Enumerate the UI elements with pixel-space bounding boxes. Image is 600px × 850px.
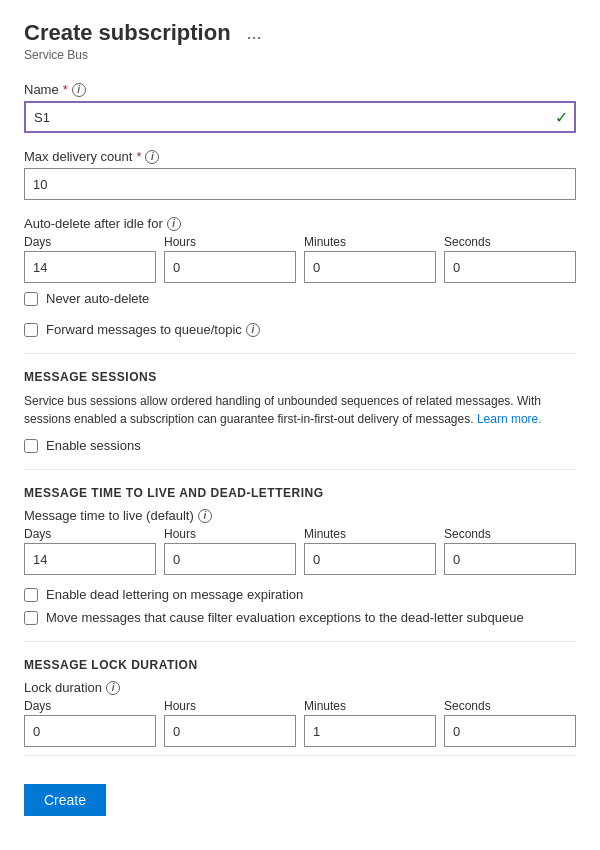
learn-more-link[interactable]: Learn more. bbox=[477, 412, 542, 426]
ttl-hours-label: Hours bbox=[164, 527, 296, 541]
message-ttl-section: MESSAGE TIME TO LIVE AND DEAD-LETTERING … bbox=[24, 486, 576, 625]
lock-duration-grid: Days Hours Minutes Seconds bbox=[24, 699, 576, 747]
auto-delete-days-col: Days bbox=[24, 235, 156, 283]
never-auto-delete-row: Never auto-delete bbox=[24, 291, 576, 306]
name-info-icon[interactable]: i bbox=[72, 83, 86, 97]
message-ttl-title: MESSAGE TIME TO LIVE AND DEAD-LETTERING bbox=[24, 486, 576, 500]
lock-duration-info-icon[interactable]: i bbox=[106, 681, 120, 695]
forward-messages-row: Forward messages to queue/topic i bbox=[24, 322, 576, 337]
auto-delete-minutes-col: Minutes bbox=[304, 235, 436, 283]
max-delivery-info-icon[interactable]: i bbox=[145, 150, 159, 164]
ttl-label: Message time to live (default) i bbox=[24, 508, 576, 523]
lock-hours-col: Hours bbox=[164, 699, 296, 747]
page-subtitle: Service Bus bbox=[24, 48, 576, 62]
lock-days-col: Days bbox=[24, 699, 156, 747]
message-sessions-section: MESSAGE SESSIONS Service bus sessions al… bbox=[24, 370, 576, 453]
lock-duration-label: Lock duration i bbox=[24, 680, 576, 695]
ttl-minutes-col: Minutes bbox=[304, 527, 436, 575]
lock-minutes-label: Minutes bbox=[304, 699, 436, 713]
ttl-days-label: Days bbox=[24, 527, 156, 541]
auto-delete-field-group: Auto-delete after idle for i Days Hours … bbox=[24, 216, 576, 306]
auto-delete-minutes-label: Minutes bbox=[304, 235, 436, 249]
ttl-minutes-label: Minutes bbox=[304, 527, 436, 541]
filter-exceptions-checkbox[interactable] bbox=[24, 611, 38, 625]
ttl-minutes-input[interactable] bbox=[304, 543, 436, 575]
never-auto-delete-checkbox[interactable] bbox=[24, 292, 38, 306]
dead-letter-label: Enable dead lettering on message expirat… bbox=[46, 587, 303, 602]
filter-exceptions-label: Move messages that cause filter evaluati… bbox=[46, 610, 524, 625]
auto-delete-seconds-label: Seconds bbox=[444, 235, 576, 249]
page-container: Create subscription ... Service Bus Name… bbox=[0, 0, 600, 850]
lock-seconds-col: Seconds bbox=[444, 699, 576, 747]
auto-delete-hours-col: Hours bbox=[164, 235, 296, 283]
enable-sessions-row: Enable sessions bbox=[24, 438, 576, 453]
ellipsis-button[interactable]: ... bbox=[241, 21, 268, 46]
message-sessions-title: MESSAGE SESSIONS bbox=[24, 370, 576, 384]
dead-letter-row: Enable dead lettering on message expirat… bbox=[24, 587, 576, 602]
auto-delete-label: Auto-delete after idle for i bbox=[24, 216, 576, 231]
max-delivery-count-input[interactable] bbox=[24, 168, 576, 200]
never-auto-delete-label: Never auto-delete bbox=[46, 291, 149, 306]
max-delivery-required-star: * bbox=[136, 149, 141, 164]
page-header: Create subscription ... bbox=[24, 20, 576, 46]
create-button[interactable]: Create bbox=[24, 784, 106, 816]
lock-seconds-label: Seconds bbox=[444, 699, 576, 713]
name-field-label: Name * i bbox=[24, 82, 576, 97]
ttl-days-input[interactable] bbox=[24, 543, 156, 575]
auto-delete-minutes-input[interactable] bbox=[304, 251, 436, 283]
auto-delete-grid: Days Hours Minutes Seconds bbox=[24, 235, 576, 283]
lock-hours-input[interactable] bbox=[164, 715, 296, 747]
filter-exceptions-row: Move messages that cause filter evaluati… bbox=[24, 610, 576, 625]
ttl-seconds-col: Seconds bbox=[444, 527, 576, 575]
max-delivery-count-label: Max delivery count * i bbox=[24, 149, 576, 164]
ttl-seconds-input[interactable] bbox=[444, 543, 576, 575]
auto-delete-hours-label: Hours bbox=[164, 235, 296, 249]
lock-hours-label: Hours bbox=[164, 699, 296, 713]
name-input-wrapper: ✓ bbox=[24, 101, 576, 133]
max-delivery-count-field-group: Max delivery count * i bbox=[24, 149, 576, 200]
enable-sessions-label: Enable sessions bbox=[46, 438, 141, 453]
required-star: * bbox=[63, 82, 68, 97]
auto-delete-info-icon[interactable]: i bbox=[167, 217, 181, 231]
lock-minutes-col: Minutes bbox=[304, 699, 436, 747]
forward-messages-info-icon[interactable]: i bbox=[246, 323, 260, 337]
auto-delete-seconds-input[interactable] bbox=[444, 251, 576, 283]
divider-3 bbox=[24, 641, 576, 642]
auto-delete-seconds-col: Seconds bbox=[444, 235, 576, 283]
dead-letter-checkbox[interactable] bbox=[24, 588, 38, 602]
lock-days-input[interactable] bbox=[24, 715, 156, 747]
page-title: Create subscription bbox=[24, 20, 231, 46]
lock-days-label: Days bbox=[24, 699, 156, 713]
lock-seconds-input[interactable] bbox=[444, 715, 576, 747]
ttl-hours-col: Hours bbox=[164, 527, 296, 575]
divider-1 bbox=[24, 353, 576, 354]
lock-duration-section: MESSAGE LOCK DURATION Lock duration i Da… bbox=[24, 658, 576, 747]
ttl-seconds-label: Seconds bbox=[444, 527, 576, 541]
auto-delete-hours-input[interactable] bbox=[164, 251, 296, 283]
enable-sessions-checkbox[interactable] bbox=[24, 439, 38, 453]
auto-delete-days-label: Days bbox=[24, 235, 156, 249]
auto-delete-days-input[interactable] bbox=[24, 251, 156, 283]
lock-minutes-input[interactable] bbox=[304, 715, 436, 747]
name-field-group: Name * i ✓ bbox=[24, 82, 576, 133]
ttl-hours-input[interactable] bbox=[164, 543, 296, 575]
bottom-bar: Create bbox=[24, 755, 576, 816]
forward-messages-checkbox[interactable] bbox=[24, 323, 38, 337]
ttl-info-icon[interactable]: i bbox=[198, 509, 212, 523]
ttl-days-col: Days bbox=[24, 527, 156, 575]
name-input[interactable] bbox=[24, 101, 576, 133]
message-sessions-description: Service bus sessions allow ordered handl… bbox=[24, 392, 576, 428]
ttl-grid: Days Hours Minutes Seconds bbox=[24, 527, 576, 575]
divider-2 bbox=[24, 469, 576, 470]
name-check-icon: ✓ bbox=[555, 108, 568, 127]
lock-duration-title: MESSAGE LOCK DURATION bbox=[24, 658, 576, 672]
forward-messages-label: Forward messages to queue/topic i bbox=[46, 322, 260, 337]
